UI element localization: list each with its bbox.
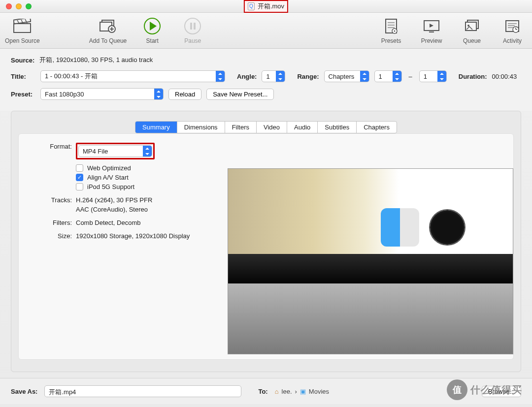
tracks-label: Tracks: — [28, 196, 72, 204]
stepper-icon — [393, 71, 401, 82]
queue-label: Queue — [463, 37, 481, 44]
ipod-checkbox[interactable] — [76, 183, 83, 190]
filters-value: Comb Detect, Decomb — [76, 219, 141, 226]
save-as-field[interactable]: 开箱.mp4 — [44, 385, 241, 397]
stepper-icon — [360, 71, 369, 82]
tab-dimensions[interactable]: Dimensions — [177, 122, 225, 133]
presets-icon — [382, 17, 400, 35]
summary-panel: Format: MP4 File Web Optimized ✓ Align A… — [18, 133, 514, 360]
toolbar: Open Source Add To Queue Start Pause Pre… — [0, 13, 532, 49]
save-as-label: Save As: — [11, 388, 37, 395]
watermark: 值 什么值得买 — [447, 379, 522, 400]
destination-path[interactable]: ⌂ lee. › ▣ Movies — [275, 388, 329, 395]
tab-summary[interactable]: Summary — [135, 122, 177, 133]
preset-select[interactable]: Fast 1080p30 — [40, 88, 164, 100]
web-optimized-checkbox[interactable] — [76, 164, 83, 172]
source-info: Source: 开箱, 1920x1080, 30 FPS, 1 audio t… — [0, 49, 532, 111]
play-icon — [144, 18, 161, 34]
zoom-icon[interactable] — [26, 3, 32, 9]
format-highlight: MP4 File — [76, 143, 155, 159]
web-optimized-label: Web Optimized — [87, 164, 131, 172]
range-dash: – — [407, 73, 414, 80]
activity-label: Activity — [503, 37, 522, 44]
tab-chapters[interactable]: Chapters — [357, 122, 397, 133]
pause-icon — [184, 18, 201, 34]
title-select[interactable]: 1 - 00:00:43 - 开箱 — [40, 70, 225, 82]
tab-video[interactable]: Video — [257, 122, 287, 133]
format-label: Format: — [28, 143, 72, 150]
svg-point-15 — [394, 31, 396, 32]
svg-marker-17 — [430, 24, 433, 28]
queue-icon — [463, 17, 481, 35]
activity-button[interactable]: Activity — [498, 17, 527, 44]
save-new-preset-button[interactable]: Save New Preset... — [206, 89, 274, 100]
svg-rect-18 — [429, 31, 434, 32]
images-plus-icon — [99, 17, 117, 35]
titlebar: Q 开箱.mov — [0, 0, 532, 13]
tabs: Summary Dimensions Filters Video Audio S… — [18, 121, 514, 133]
preset-label: Preset: — [11, 91, 35, 98]
title-value: 1 - 00:00:43 - 开箱 — [41, 72, 216, 81]
clapperboard-icon — [13, 17, 32, 35]
siri-icon — [430, 210, 465, 245]
window-title: 开箱.mov — [258, 2, 284, 11]
range-label: Range: — [297, 73, 319, 80]
size-label: Size: — [28, 232, 72, 240]
stepper-icon — [216, 71, 225, 82]
pause-label: Pause — [184, 37, 201, 44]
align-av-checkbox[interactable]: ✓ — [76, 174, 83, 181]
add-to-queue-button[interactable]: Add To Queue — [89, 17, 127, 44]
tracks-audio: AAC (CoreAudio), Stereo — [76, 206, 152, 213]
activity-icon — [503, 17, 522, 35]
path-user: lee. — [282, 388, 292, 395]
presets-button[interactable]: Presets — [376, 17, 406, 44]
open-source-button[interactable]: Open Source — [5, 17, 40, 44]
window-title-highlight: Q 开箱.mov — [244, 0, 288, 13]
range-from-select[interactable]: 1 — [374, 70, 402, 82]
tab-filters[interactable]: Filters — [225, 122, 257, 133]
quicktime-file-icon: Q — [248, 2, 255, 10]
preview-icon — [422, 17, 441, 35]
folder-icon: ▣ — [300, 388, 306, 395]
svg-rect-0 — [14, 24, 31, 32]
svg-point-21 — [467, 25, 469, 27]
tracks-video: H.264 (x264), 30 FPS PFR — [76, 196, 152, 204]
range-type-select[interactable]: Chapters — [324, 70, 369, 82]
stepper-icon — [437, 71, 446, 82]
to-label: To: — [258, 388, 267, 395]
start-label: Start — [146, 37, 159, 44]
angle-label: Angle: — [237, 73, 257, 80]
open-source-label: Open Source — [5, 37, 40, 44]
duration-value: 00:00:43 — [492, 73, 517, 80]
path-folder: Movies — [309, 388, 329, 395]
stepper-icon — [276, 71, 285, 82]
start-button[interactable]: Start — [137, 17, 167, 44]
presets-label: Presets — [381, 37, 401, 44]
pause-button: Pause — [178, 17, 207, 44]
watermark-text: 什么值得买 — [470, 383, 522, 397]
angle-select[interactable]: 1 — [262, 70, 285, 82]
tab-audio[interactable]: Audio — [287, 122, 318, 133]
format-select[interactable]: MP4 File — [78, 145, 152, 157]
home-icon: ⌂ — [275, 388, 279, 395]
reload-button[interactable]: Reload — [168, 89, 201, 100]
ipod-label: iPod 5G Support — [87, 183, 134, 190]
title-label: Title: — [11, 73, 35, 80]
queue-button[interactable]: Queue — [457, 17, 487, 44]
preview-thumbnail — [228, 168, 513, 354]
minimize-icon[interactable] — [16, 3, 22, 9]
tab-subtitles[interactable]: Subtitles — [318, 122, 357, 133]
chevron-right-icon: › — [295, 388, 297, 395]
size-value: 1920x1080 Storage, 1920x1080 Display — [76, 232, 190, 240]
window-controls — [6, 3, 32, 9]
preview-label: Preview — [421, 37, 442, 44]
close-icon[interactable] — [6, 3, 12, 9]
range-to-select[interactable]: 1 — [419, 70, 447, 82]
align-av-label: Align A/V Start — [87, 174, 129, 181]
finder-icon — [381, 208, 419, 247]
filters-label: Filters: — [28, 219, 72, 226]
watermark-icon: 值 — [447, 379, 467, 400]
preview-button[interactable]: Preview — [417, 17, 446, 44]
source-value: 开箱, 1920x1080, 30 FPS, 1 audio track — [39, 56, 153, 64]
add-to-queue-label: Add To Queue — [89, 37, 127, 44]
